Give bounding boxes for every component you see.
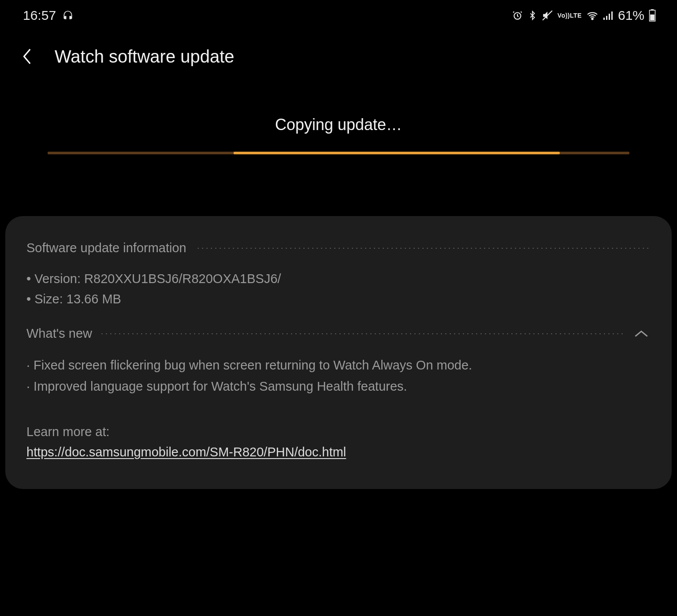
change-item: · Improved language support for Watch's …	[26, 376, 651, 396]
info-section-title: Software update information	[26, 241, 186, 255]
status-right: Vo)) LTE 61%	[512, 8, 656, 23]
collapse-button[interactable]	[632, 327, 651, 341]
whats-new-header: What's new	[26, 326, 651, 341]
learn-more-label: Learn more at:	[26, 422, 651, 442]
progress-fill	[234, 152, 559, 154]
info-section-header: Software update information	[26, 241, 651, 255]
svg-point-2	[591, 18, 593, 19]
size-row: • Size: 13.66 MB	[26, 290, 651, 309]
status-time: 16:57	[23, 8, 56, 23]
mute-icon	[542, 10, 553, 21]
battery-text: 61%	[618, 8, 644, 23]
progress-label: Copying update…	[48, 116, 629, 134]
svg-rect-9	[650, 15, 655, 20]
update-info-card: Software update information • Version: R…	[5, 216, 672, 489]
page-title: Watch software update	[55, 47, 234, 67]
volte-icon: Vo)) LTE	[558, 13, 582, 19]
version-row: • Version: R820XXU1BSJ6/R820OXA1BSJ6/	[26, 269, 651, 289]
battery-icon	[649, 9, 656, 22]
version-label: Version:	[34, 272, 81, 286]
whats-new-title: What's new	[26, 326, 92, 341]
headphones-icon	[62, 10, 74, 21]
chevron-up-icon	[634, 329, 649, 339]
chevron-left-icon	[21, 48, 33, 65]
changes-list: · Fixed screen flickering bug when scree…	[26, 355, 651, 397]
version-value: R820XXU1BSJ6/R820OXA1BSJ6/	[84, 272, 281, 286]
progress-bar	[48, 152, 629, 154]
divider-dotted	[195, 248, 651, 249]
divider-dotted	[101, 333, 623, 334]
info-list: • Version: R820XXU1BSJ6/R820OXA1BSJ6/ • …	[26, 269, 651, 309]
size-label: Size:	[34, 292, 63, 306]
svg-rect-6	[611, 11, 613, 20]
change-item: · Fixed screen flickering bug when scree…	[26, 355, 651, 375]
svg-rect-5	[609, 14, 610, 20]
status-bar: 16:57	[0, 0, 677, 31]
learn-more-link[interactable]: https://doc.samsungmobile.com/SM-R820/PH…	[26, 445, 346, 459]
learn-more-section: Learn more at: https://doc.samsungmobile…	[26, 422, 651, 463]
signal-icon	[603, 11, 614, 20]
size-value: 13.66 MB	[67, 292, 121, 306]
svg-rect-4	[606, 16, 607, 20]
bluetooth-icon	[528, 10, 537, 21]
svg-rect-3	[603, 18, 605, 20]
page-header: Watch software update	[0, 31, 677, 80]
progress-section: Copying update…	[0, 80, 677, 154]
wifi-icon	[586, 11, 599, 20]
alarm-icon	[512, 10, 523, 21]
status-left: 16:57	[23, 8, 74, 23]
back-button[interactable]	[19, 46, 35, 67]
